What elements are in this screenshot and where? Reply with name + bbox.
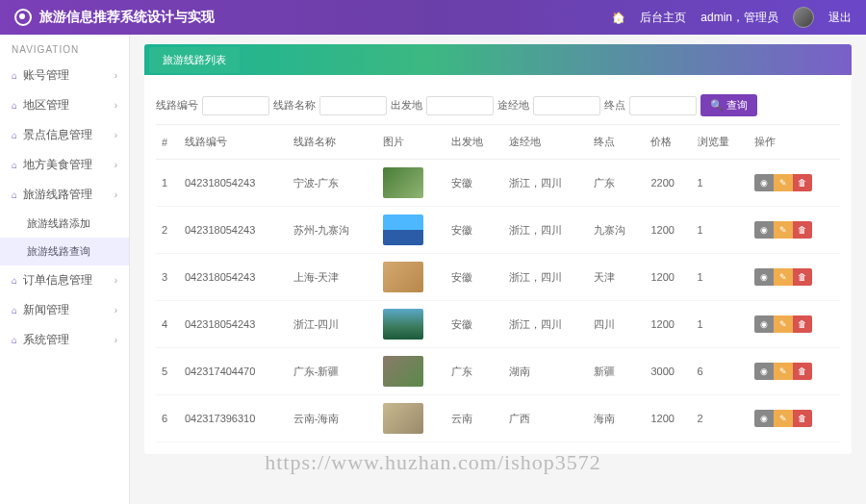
delete-button[interactable]: 🗑 <box>793 315 812 333</box>
table-cell: 042318054243 <box>179 160 288 207</box>
table-cell <box>377 160 446 207</box>
table-cell <box>377 207 446 254</box>
sidebar-item[interactable]: ⌂系统管理› <box>0 325 129 355</box>
table-cell: 云南 <box>446 395 502 442</box>
edit-button[interactable]: ✎ <box>774 315 793 333</box>
table-cell <box>377 348 446 395</box>
table-cell: 天津 <box>588 254 645 301</box>
sidebar-item[interactable]: ⌂景点信息管理› <box>0 120 129 150</box>
nav-label: 地区管理 <box>23 97 69 113</box>
user-text: admin，管理员 <box>700 10 778 26</box>
table-header: 图片 <box>377 125 446 160</box>
chevron-right-icon: › <box>115 160 117 170</box>
view-button[interactable]: ◉ <box>754 268 774 286</box>
route-thumbnail <box>383 403 423 434</box>
table-header: 操作 <box>749 125 840 160</box>
table-cell: ◉✎🗑 <box>749 207 840 254</box>
nav-label: 景点信息管理 <box>23 127 92 143</box>
main-content: 旅游线路列表 线路编号线路名称出发地途经地终点🔍查询 #线路编号线路名称图片出发… <box>130 35 866 504</box>
table-cell: 广东 <box>446 348 502 395</box>
sidebar-item[interactable]: ⌂旅游线路管理› <box>0 180 129 210</box>
table-cell: 2 <box>692 395 749 442</box>
search-label: 途经地 <box>497 98 529 113</box>
table-cell: 广东 <box>588 160 645 207</box>
table-cell: 5 <box>156 348 179 395</box>
sidebar: NAVIGATION ⌂账号管理›⌂地区管理›⌂景点信息管理›⌂地方美食管理›⌂… <box>0 35 130 504</box>
search-input[interactable] <box>533 96 600 115</box>
home-icon <box>612 11 625 24</box>
table-cell: 上海-天津 <box>288 254 377 301</box>
table-row: 3042318054243上海-天津安徽浙江，四川天津12001◉✎🗑 <box>156 254 840 301</box>
sidebar-item[interactable]: ⌂地区管理› <box>0 90 129 120</box>
table-cell: 新疆 <box>588 348 645 395</box>
table-row: 2042318054243苏州-九寨沟安徽浙江，四川九寨沟12001◉✎🗑 <box>156 207 840 254</box>
route-thumbnail <box>383 167 423 198</box>
sidebar-item[interactable]: ⌂订单信息管理› <box>0 265 129 295</box>
edit-button[interactable]: ✎ <box>774 363 793 380</box>
search-label: 线路名称 <box>273 98 316 113</box>
view-button[interactable]: ◉ <box>754 174 774 191</box>
delete-button[interactable]: 🗑 <box>793 410 812 427</box>
sidebar-item[interactable]: ⌂地方美食管理› <box>0 150 129 180</box>
data-table: #线路编号线路名称图片出发地途经地终点价格浏览量操作 1042318054243… <box>156 125 840 442</box>
table-cell: 042318054243 <box>179 207 288 254</box>
route-thumbnail <box>383 262 423 292</box>
app-title: 旅游信息推荐系统设计与实现 <box>39 9 612 26</box>
table-header: 出发地 <box>446 125 502 160</box>
table-cell: 广西 <box>503 395 588 442</box>
row-actions: ◉✎🗑 <box>754 315 834 333</box>
chevron-right-icon: › <box>115 335 117 345</box>
delete-button[interactable]: 🗑 <box>793 363 812 380</box>
sidebar-item[interactable]: 旅游线路查询 <box>0 238 129 265</box>
search-icon: 🔍 <box>710 99 724 112</box>
table-cell: ◉✎🗑 <box>749 160 840 207</box>
table-row: 1042318054243宁波-广东安徽浙江，四川广东22001◉✎🗑 <box>156 160 840 207</box>
home-icon: ⌂ <box>12 100 17 111</box>
table-cell: 042317404470 <box>179 348 288 395</box>
table-cell: 2 <box>156 207 179 254</box>
sidebar-item[interactable]: 旅游线路添加 <box>0 210 129 238</box>
search-input[interactable] <box>426 96 494 115</box>
table-cell: 浙江-四川 <box>288 301 377 348</box>
view-button[interactable]: ◉ <box>754 315 774 333</box>
view-button[interactable]: ◉ <box>754 221 774 239</box>
table-header: # <box>156 125 179 160</box>
table-header: 价格 <box>645 125 691 160</box>
search-bar: 线路编号线路名称出发地途经地终点🔍查询 <box>156 87 840 125</box>
delete-button[interactable]: 🗑 <box>793 268 812 286</box>
table-cell: 浙江，四川 <box>503 301 588 348</box>
table-cell: 1200 <box>645 207 691 254</box>
panel-header: 旅游线路列表 <box>144 44 852 75</box>
search-label: 出发地 <box>391 98 422 113</box>
table-cell: 6 <box>156 395 179 442</box>
table-cell: 安徽 <box>446 254 502 301</box>
chevron-right-icon: › <box>115 130 117 140</box>
search-input[interactable] <box>202 96 269 115</box>
nav-label: 旅游线路查询 <box>27 244 90 259</box>
search-input[interactable] <box>319 96 387 115</box>
sidebar-item[interactable]: ⌂新闻管理› <box>0 295 129 325</box>
table-cell: 湖南 <box>503 348 588 395</box>
table-cell: 海南 <box>588 395 645 442</box>
delete-button[interactable]: 🗑 <box>793 221 812 239</box>
home-link[interactable]: 后台主页 <box>640 10 686 26</box>
view-button[interactable]: ◉ <box>754 363 774 380</box>
logout-link[interactable]: 退出 <box>828 10 852 26</box>
table-cell: 3 <box>156 254 179 301</box>
search-label: 线路编号 <box>156 98 198 113</box>
avatar[interactable] <box>793 7 814 28</box>
chevron-right-icon: › <box>115 70 117 81</box>
edit-button[interactable]: ✎ <box>774 174 793 191</box>
edit-button[interactable]: ✎ <box>774 410 793 427</box>
sidebar-item[interactable]: ⌂账号管理› <box>0 61 129 90</box>
delete-button[interactable]: 🗑 <box>793 174 812 191</box>
edit-button[interactable]: ✎ <box>774 221 793 239</box>
view-button[interactable]: ◉ <box>754 410 774 427</box>
table-cell: 4 <box>156 301 179 348</box>
table-cell: 宁波-广东 <box>288 160 377 207</box>
route-thumbnail <box>383 309 423 340</box>
search-button[interactable]: 🔍查询 <box>700 94 757 116</box>
search-input[interactable] <box>629 96 697 115</box>
edit-button[interactable]: ✎ <box>774 268 793 286</box>
table-cell: ◉✎🗑 <box>749 254 840 301</box>
